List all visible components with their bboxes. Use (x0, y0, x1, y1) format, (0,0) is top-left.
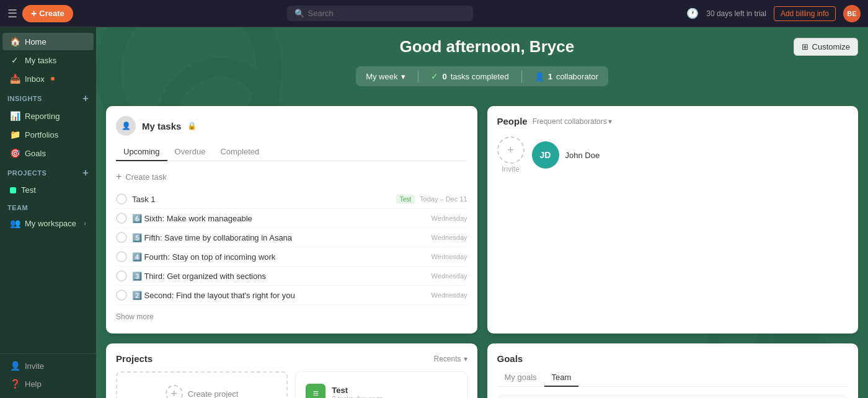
sidebar-item-portfolios[interactable]: 📁 Portfolios (2, 126, 94, 143)
sidebar-item-myworkspace-label: My workspace (25, 219, 76, 228)
topbar: ☰ + Create 🔍 🕐 30 days left in trial Add… (0, 0, 868, 27)
sidebar-item-invite-label: Invite (25, 361, 44, 371)
person-item: JD John Doe (532, 141, 600, 169)
history-icon[interactable]: 🕐 (686, 7, 699, 19)
billing-button[interactable]: Add billing info (774, 6, 836, 21)
task-checkbox[interactable] (116, 251, 127, 262)
task-left: 5️⃣ Fifth: Save time by collaborating in… (116, 232, 427, 243)
collaborators-label: collaborator (556, 72, 598, 81)
task-badge: Test (396, 195, 415, 204)
mytasks-icon: ✓ (10, 55, 20, 65)
sidebar-item-goals[interactable]: 🎯 Goals (2, 144, 94, 162)
team-label: Team (7, 204, 28, 211)
projects-section-header: Projects + (0, 162, 96, 181)
recents-button[interactable]: Recents ▾ (433, 355, 467, 363)
task-checkbox[interactable] (116, 232, 127, 243)
task-checkbox[interactable] (116, 213, 127, 224)
week-bar: My week ▾ ✓ 0 tasks completed 👤 1 collab… (356, 66, 608, 86)
people-title: People (497, 116, 528, 126)
freq-collab-button[interactable]: Frequent collaborators ▾ (533, 117, 612, 126)
inbox-notification-dot (51, 77, 55, 81)
see-link[interactable]: › (84, 219, 86, 227)
main-layout: 🏠 Home ✓ My tasks 📥 Inbox Insights + 📊 R… (0, 27, 868, 398)
table-row: 4️⃣ Fourth: Stay on top of incoming work… (116, 247, 467, 267)
team-section-header: Team (0, 199, 96, 214)
test-project-dot (10, 187, 16, 193)
task-name: 2️⃣ Second: Find the layout that's right… (132, 291, 295, 300)
project-tile-sub: 3 tasks due soon (332, 395, 383, 399)
goals-card: Goals My goals Team You haven't added te… (487, 343, 859, 398)
my-tasks-card: 👤 My tasks 🔒 Upcoming Overdue Completed … (106, 106, 477, 334)
sidebar-item-reporting-label: Reporting (25, 112, 60, 121)
task-checkbox[interactable] (116, 193, 127, 205)
content-inner: Good afternoon, Bryce ⊞ Customize My wee… (106, 37, 858, 398)
create-project-label: Create project (188, 389, 239, 399)
sidebar-item-home[interactable]: 🏠 Home (2, 33, 94, 50)
create-label: Create (39, 9, 64, 18)
check-icon: ✓ (431, 71, 438, 81)
insights-section-header: Insights + (0, 88, 96, 107)
tab-my-goals[interactable]: My goals (497, 369, 544, 387)
create-project-plus-icon: + (166, 385, 183, 398)
insights-add-icon[interactable]: + (82, 93, 89, 104)
sidebar-item-mytasks-label: My tasks (25, 56, 56, 65)
table-row: 2️⃣ Second: Find the layout that's right… (116, 286, 467, 305)
tab-upcoming[interactable]: Upcoming (116, 143, 167, 161)
page-header: Good afternoon, Bryce ⊞ Customize (106, 37, 858, 56)
workspace-icon: 👥 (10, 218, 20, 228)
person-name: John Doe (565, 151, 600, 160)
recents-label: Recents (433, 355, 461, 363)
task-date: Wednesday (432, 253, 467, 260)
task-left: Task 1 (116, 193, 391, 205)
greeting: Good afternoon, Bryce (180, 37, 794, 56)
task-left: 3️⃣ Third: Get organized with sections (116, 270, 427, 281)
sidebar-item-myworkspace[interactable]: 👥 My workspace › (2, 214, 94, 232)
my-tasks-avatar: 👤 (116, 116, 136, 136)
task-checkbox[interactable] (116, 290, 127, 301)
create-button[interactable]: + Create (22, 5, 73, 22)
lock-icon: 🔒 (187, 122, 197, 130)
create-project-tile[interactable]: + Create project (116, 371, 288, 398)
task-date: Wednesday (432, 234, 467, 241)
project-tile-test[interactable]: ≡ Test 3 tasks due soon (295, 371, 467, 398)
goals-title: Goals (497, 353, 849, 364)
sidebar-item-help[interactable]: ❓ Help (2, 375, 94, 392)
customize-button[interactable]: ⊞ Customize (794, 38, 858, 56)
hamburger-icon[interactable]: ☰ (7, 7, 17, 20)
portfolios-icon: 📁 (10, 130, 20, 139)
task-date: Wednesday (432, 291, 467, 299)
tab-overdue[interactable]: Overdue (167, 143, 213, 161)
sidebar-item-inbox[interactable]: 📥 Inbox (2, 70, 94, 87)
task-date: Wednesday (432, 272, 467, 280)
collaborators-stat: 👤 1 collaborator (534, 72, 598, 81)
task-tabs: Upcoming Overdue Completed (116, 143, 467, 161)
project-icon: ≡ (306, 384, 326, 398)
task-left: 4️⃣ Fourth: Stay on top of incoming work (116, 251, 427, 262)
project-tile-name: Test (332, 386, 383, 395)
task-plus-icon: + (116, 171, 122, 182)
people-section: + Invite JD John Doe (497, 136, 849, 174)
show-more-button[interactable]: Show more (116, 310, 467, 324)
search-input[interactable] (308, 9, 466, 18)
trial-text: 30 days left in trial (706, 9, 766, 18)
my-tasks-title: My tasks (142, 121, 181, 131)
invite-circle-button[interactable]: + (497, 136, 525, 164)
sidebar-item-reporting[interactable]: 📊 Reporting (2, 107, 94, 125)
tab-team-goals[interactable]: Team (544, 369, 579, 387)
projects-add-icon[interactable]: + (82, 167, 89, 179)
search-icon: 🔍 (294, 9, 304, 18)
sidebar-item-invite[interactable]: 👤 Invite (2, 357, 94, 374)
projects-label: Projects (7, 169, 46, 177)
week-label: My week (366, 72, 397, 81)
task-checkbox[interactable] (116, 270, 127, 281)
avatar[interactable]: BE (843, 5, 861, 22)
tab-completed[interactable]: Completed (213, 143, 267, 161)
sidebar-item-test[interactable]: Test (2, 182, 94, 198)
collaborators-count: 1 (548, 72, 552, 81)
content-area: Good afternoon, Bryce ⊞ Customize My wee… (96, 27, 868, 398)
create-task-row[interactable]: + Create task (116, 169, 467, 185)
goals-empty-notice: You haven't added team goals yet. Add a … (497, 394, 849, 398)
week-selector[interactable]: My week ▾ (366, 72, 405, 81)
home-icon: 🏠 (10, 37, 20, 46)
sidebar-item-mytasks[interactable]: ✓ My tasks (2, 51, 94, 69)
